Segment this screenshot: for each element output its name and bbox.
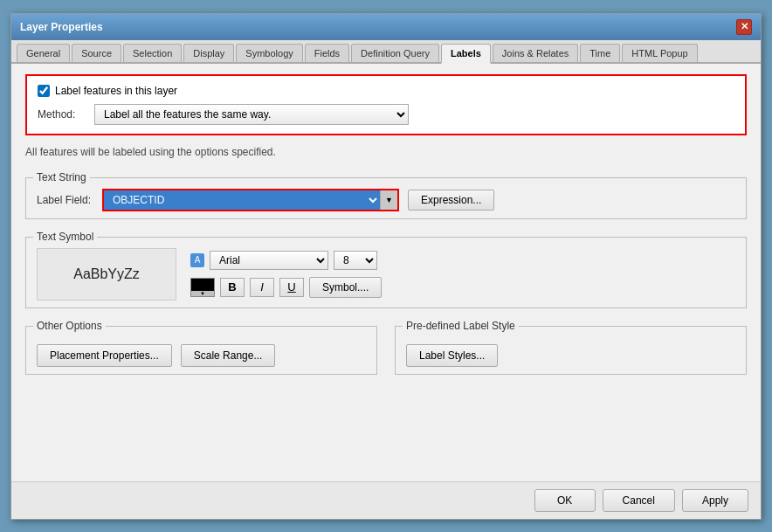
options-row: Other Options Placement Properties... Sc… (25, 326, 747, 375)
label-field-dropdown-btn[interactable]: ▼ (380, 190, 397, 210)
text-string-legend: Text String (33, 171, 90, 183)
info-text: All features will be labeled using the o… (25, 144, 747, 163)
label-features-box: Label features in this layer Method: Lab… (25, 74, 747, 135)
color-block (191, 279, 214, 291)
tab-joins-relates[interactable]: Joins & Relates (493, 44, 578, 62)
tab-general[interactable]: General (17, 44, 70, 62)
color-dropdown-arrow: ▼ (191, 291, 214, 296)
text-symbol-group: Text Symbol AaBbYyZz A ArialTimes New Ro… (25, 237, 747, 308)
tab-selection[interactable]: Selection (123, 44, 182, 62)
font-size-select[interactable]: 6789101112141618 (334, 251, 377, 270)
italic-button[interactable]: I (250, 278, 274, 297)
tab-source[interactable]: Source (72, 44, 121, 62)
layer-properties-dialog: Layer Properties ✕ General Source Select… (10, 13, 762, 520)
label-field-select[interactable]: OBJECTIDShapeShape_LengthShape_Area (104, 190, 380, 210)
color-picker-button[interactable]: ▼ (190, 278, 215, 297)
text-preview: AaBbYyZz (37, 248, 176, 301)
underline-button[interactable]: U (279, 278, 304, 297)
font-row: A ArialTimes New RomanCourier NewVerdana… (190, 251, 735, 270)
main-content: Label features in this layer Method: Lab… (11, 64, 761, 481)
symbol-button[interactable]: Symbol.... (309, 277, 382, 298)
method-row: Method: Label all the features the same … (38, 104, 734, 125)
preview-text: AaBbYyZz (73, 266, 140, 282)
label-field-label: Label Field: (37, 194, 93, 206)
apply-button[interactable]: Apply (682, 489, 748, 512)
tab-html-popup[interactable]: HTML Popup (622, 44, 697, 62)
tab-symbology[interactable]: Symbology (236, 44, 302, 62)
label-features-row: Label features in this layer (38, 85, 734, 97)
format-row: ▼ B I U Symbol.... (190, 277, 735, 298)
bottom-bar: OK Cancel Apply (11, 481, 761, 519)
scale-range-button[interactable]: Scale Range... (181, 344, 276, 367)
font-icon: A (190, 253, 204, 267)
ok-button[interactable]: OK (534, 489, 596, 512)
cancel-button[interactable]: Cancel (603, 489, 675, 512)
other-options-group: Other Options Placement Properties... Sc… (25, 326, 377, 375)
label-features-checkbox[interactable] (38, 85, 50, 97)
tab-definition-query[interactable]: Definition Query (351, 44, 439, 62)
method-select[interactable]: Label all the features the same way.Defi… (94, 104, 409, 125)
title-bar: Layer Properties ✕ (11, 14, 761, 40)
other-options-legend: Other Options (33, 320, 106, 332)
bold-button[interactable]: B (220, 278, 245, 297)
tab-time[interactable]: Time (580, 44, 620, 62)
text-symbol-inner: AaBbYyZz A ArialTimes New RomanCourier N… (37, 248, 735, 301)
method-label: Method: (38, 108, 86, 121)
label-features-text: Label features in this layer (55, 85, 177, 97)
chevron-down-icon: ▼ (385, 196, 393, 204)
tab-display[interactable]: Display (183, 44, 234, 62)
label-field-select-wrapper: OBJECTIDShapeShape_LengthShape_Area ▼ (102, 189, 399, 211)
text-string-group: Text String Label Field: OBJECTIDShapeSh… (25, 177, 747, 219)
label-styles-button[interactable]: Label Styles... (406, 344, 498, 367)
text-symbol-legend: Text Symbol (33, 231, 97, 243)
predefined-style-legend: Pre-defined Label Style (403, 320, 519, 332)
placement-properties-button[interactable]: Placement Properties... (37, 344, 172, 367)
close-button[interactable]: ✕ (736, 19, 752, 35)
symbol-controls: A ArialTimes New RomanCourier NewVerdana… (190, 251, 735, 298)
predefined-style-group: Pre-defined Label Style Label Styles... (395, 326, 747, 375)
tabs-row: General Source Selection Display Symbolo… (11, 40, 761, 64)
font-select[interactable]: ArialTimes New RomanCourier NewVerdana (210, 251, 328, 270)
tab-fields[interactable]: Fields (305, 44, 349, 62)
label-field-row: Label Field: OBJECTIDShapeShape_LengthSh… (37, 189, 735, 211)
expression-button[interactable]: Expression... (408, 190, 494, 211)
dialog-title: Layer Properties (20, 21, 103, 33)
tab-labels[interactable]: Labels (441, 44, 491, 64)
